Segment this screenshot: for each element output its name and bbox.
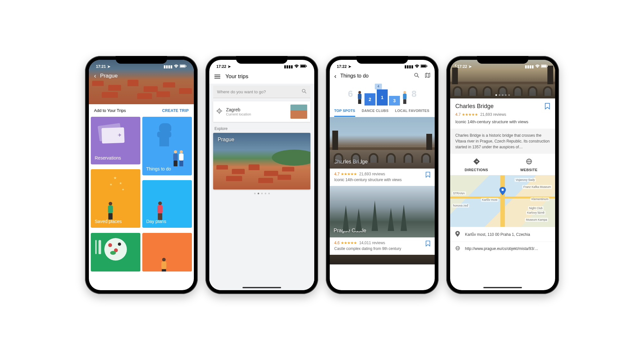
map-label: Museum Kampa — [525, 218, 548, 222]
rating-row: 4.7 ★★★★★ 21,693 reviews — [450, 112, 555, 119]
wifi-icon — [415, 64, 419, 69]
page-title: Prague — [100, 73, 118, 79]
back-button[interactable]: ‹ — [334, 72, 336, 80]
create-trip-button[interactable]: CREATE TRIP — [162, 108, 189, 113]
spot-card-prague-castle[interactable]: Prague Castle 4.6 ★★★★★ 14,011 reviews C… — [330, 186, 435, 255]
battery-icon — [421, 64, 428, 69]
bookmark-button[interactable] — [426, 241, 430, 248]
svg-rect-20 — [542, 65, 546, 67]
rating-value: 4.6 — [334, 241, 340, 245]
rating-value: 4.7 — [455, 112, 461, 117]
review-count: 21,693 reviews — [480, 112, 506, 117]
tile-saved-places[interactable]: ★ ★ ★ ★ Saved places — [91, 169, 140, 228]
location-thumbnail — [290, 105, 307, 119]
screen-3: 17:22 ➤ ▮▮▮▮ ‹ Things to do 6 — [330, 60, 435, 290]
map-pin-icon — [499, 187, 506, 197]
search-icon[interactable] — [414, 73, 419, 79]
explore-section-label: Explore — [209, 122, 314, 133]
bookmark-button[interactable] — [426, 172, 430, 179]
star-icon: ★ — [113, 176, 117, 180]
podium-illustration: 6 2 4 1 3 8 — [330, 82, 435, 106]
location-arrow-icon: ➤ — [469, 64, 472, 69]
tile-day-plans[interactable]: Day plans — [142, 180, 192, 228]
svg-point-17 — [415, 73, 418, 77]
tile-reservations[interactable]: ✈ Reservations — [91, 117, 140, 164]
map-view[interactable]: STRANA Karlův most Klementinum Night Clu… — [450, 175, 555, 227]
address-row[interactable]: Karlův most, 110 00 Praha 1, Czechia — [450, 227, 555, 242]
spot-description: Castle complex dating from 9th century — [334, 246, 430, 251]
image-pager-dots — [496, 94, 510, 96]
spot-description: Iconic 14th-century structure with views — [334, 178, 430, 182]
status-time: 17:22 — [216, 64, 226, 69]
signal-icon: ▮▮▮▮ — [525, 64, 534, 69]
home-indicator[interactable] — [122, 287, 161, 288]
hero-image-bridge: 17:22 ➤ ▮▮▮▮ ‹ — [450, 60, 555, 98]
back-button[interactable]: ‹ — [94, 72, 96, 79]
bookmark-button[interactable] — [545, 103, 550, 111]
svg-point-9 — [219, 111, 220, 112]
tab-dance-clubs[interactable]: DANCE CLUBS — [362, 109, 388, 117]
screen-1: 17:21 ➤ ▮▮▮▮ ‹ Prague Add to Y — [89, 60, 194, 290]
map-label: Night Club — [528, 206, 544, 210]
phone-frame-3: 17:22 ➤ ▮▮▮▮ ‹ Things to do 6 — [326, 56, 439, 294]
map-label: Franz Kafka Museum — [522, 185, 552, 189]
website-button[interactable]: WEBSITE — [503, 154, 555, 175]
wifi-icon — [174, 64, 178, 69]
carousel-dots — [209, 189, 314, 198]
battery-icon — [300, 64, 307, 69]
current-location-card[interactable]: Zagreb Current location — [213, 101, 310, 122]
search-input[interactable]: Where do you want to go? — [213, 86, 310, 98]
svg-rect-15 — [421, 65, 426, 67]
header: ‹ Things to do — [330, 69, 435, 82]
star-icon: ★ — [109, 183, 112, 186]
star-icon: ★ — [119, 181, 122, 185]
menu-button[interactable] — [214, 74, 220, 79]
tile-getting-around[interactable] — [142, 233, 192, 272]
star-icon: ★★★★★ — [341, 172, 357, 176]
add-to-trips-label: Add to Your Trips — [94, 108, 126, 113]
globe-icon — [455, 246, 460, 252]
notch — [477, 56, 528, 64]
star-icon: ★★★★★ — [462, 112, 478, 117]
wifi-icon — [294, 64, 299, 69]
tile-things-to-do[interactable]: Things to do — [142, 117, 192, 175]
location-name: Zagreb — [226, 107, 287, 112]
place-description: Charles Bridge is a historic bridge that… — [450, 129, 555, 154]
svg-point-27 — [457, 232, 459, 234]
svg-point-26 — [502, 189, 504, 191]
action-row: DIRECTIONS WEBSITE — [450, 154, 555, 175]
spot-card-peek[interactable] — [330, 255, 435, 264]
spot-card-charles-bridge[interactable]: Charles Bridge 4.7 ★★★★★ 21,693 reviews … — [330, 117, 435, 186]
subheader-bar: Add to Your Trips CREATE TRIP — [89, 104, 194, 117]
svg-line-18 — [417, 76, 419, 78]
card-title: Prague — [218, 137, 234, 143]
directions-icon — [450, 158, 503, 166]
phone-frame-2: 17:22 ➤ ▮▮▮▮ Your trips Where do you wan… — [205, 56, 318, 294]
place-tagline: Iconic 14th-century structure with views — [450, 119, 555, 129]
map-icon[interactable] — [425, 73, 430, 79]
home-indicator[interactable] — [242, 287, 281, 288]
home-indicator[interactable] — [483, 287, 522, 288]
plane-icon: ✈ — [118, 133, 122, 138]
tab-top-spots[interactable]: TOP SPOTS — [334, 109, 355, 117]
search-icon — [302, 89, 307, 95]
tab-local-favorites[interactable]: LOCAL FAVORITES — [395, 109, 430, 117]
review-count: 21,693 reviews — [359, 172, 385, 176]
battery-icon — [180, 64, 187, 69]
website-row[interactable]: http://www.prague.eu/cs/objekt/mista/93/… — [450, 242, 555, 255]
location-arrow-icon: ➤ — [348, 64, 351, 69]
location-subtitle: Current location — [226, 112, 287, 116]
svg-point-6 — [302, 89, 305, 92]
screen-2: 17:22 ➤ ▮▮▮▮ Your trips Where do you wan… — [209, 60, 314, 290]
directions-button[interactable]: DIRECTIONS — [450, 154, 503, 175]
svg-rect-21 — [547, 66, 548, 67]
hero-image-prague: 17:21 ➤ ▮▮▮▮ ‹ Prague — [89, 60, 194, 104]
explore-card-prague[interactable]: Prague — [213, 133, 310, 189]
notch — [236, 56, 288, 64]
svg-rect-16 — [427, 66, 427, 67]
tile-food-drink[interactable] — [91, 233, 140, 272]
spot-meta: 4.7 ★★★★★ 21,693 reviews Iconic 14th-cen… — [330, 169, 435, 186]
fork-icon — [95, 240, 97, 254]
svg-rect-2 — [186, 66, 186, 67]
page-title: Things to do — [340, 73, 369, 79]
